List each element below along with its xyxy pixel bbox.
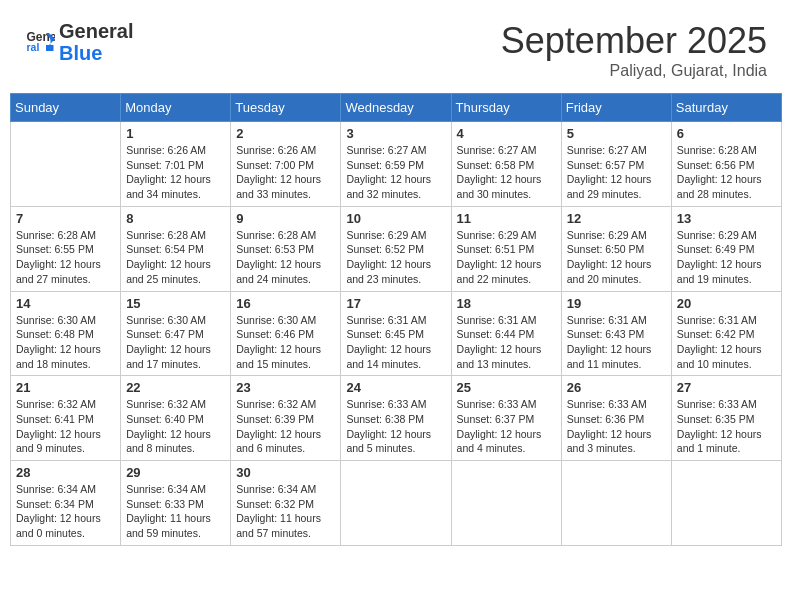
day-number: 20 bbox=[677, 296, 776, 311]
calendar-cell: 25Sunrise: 6:33 AM Sunset: 6:37 PM Dayli… bbox=[451, 376, 561, 461]
day-number: 13 bbox=[677, 211, 776, 226]
day-info: Sunrise: 6:28 AM Sunset: 6:55 PM Dayligh… bbox=[16, 228, 115, 287]
day-number: 1 bbox=[126, 126, 225, 141]
calendar-day-header: Tuesday bbox=[231, 94, 341, 122]
calendar-cell: 2Sunrise: 6:26 AM Sunset: 7:00 PM Daylig… bbox=[231, 122, 341, 207]
logo-icon: Gene ral bbox=[25, 27, 55, 57]
calendar-cell: 19Sunrise: 6:31 AM Sunset: 6:43 PM Dayli… bbox=[561, 291, 671, 376]
day-number: 10 bbox=[346, 211, 445, 226]
day-info: Sunrise: 6:28 AM Sunset: 6:56 PM Dayligh… bbox=[677, 143, 776, 202]
day-info: Sunrise: 6:29 AM Sunset: 6:49 PM Dayligh… bbox=[677, 228, 776, 287]
calendar-week-row: 1Sunrise: 6:26 AM Sunset: 7:01 PM Daylig… bbox=[11, 122, 782, 207]
calendar-cell: 3Sunrise: 6:27 AM Sunset: 6:59 PM Daylig… bbox=[341, 122, 451, 207]
calendar-cell: 16Sunrise: 6:30 AM Sunset: 6:46 PM Dayli… bbox=[231, 291, 341, 376]
calendar-week-row: 7Sunrise: 6:28 AM Sunset: 6:55 PM Daylig… bbox=[11, 206, 782, 291]
day-number: 7 bbox=[16, 211, 115, 226]
day-info: Sunrise: 6:33 AM Sunset: 6:37 PM Dayligh… bbox=[457, 397, 556, 456]
day-info: Sunrise: 6:30 AM Sunset: 6:46 PM Dayligh… bbox=[236, 313, 335, 372]
day-number: 22 bbox=[126, 380, 225, 395]
calendar-cell: 30Sunrise: 6:34 AM Sunset: 6:32 PM Dayli… bbox=[231, 461, 341, 546]
calendar-day-header: Monday bbox=[121, 94, 231, 122]
calendar-cell: 22Sunrise: 6:32 AM Sunset: 6:40 PM Dayli… bbox=[121, 376, 231, 461]
title-block: September 2025 Paliyad, Gujarat, India bbox=[501, 20, 767, 80]
calendar-cell: 5Sunrise: 6:27 AM Sunset: 6:57 PM Daylig… bbox=[561, 122, 671, 207]
day-number: 15 bbox=[126, 296, 225, 311]
day-info: Sunrise: 6:34 AM Sunset: 6:34 PM Dayligh… bbox=[16, 482, 115, 541]
day-number: 19 bbox=[567, 296, 666, 311]
day-number: 28 bbox=[16, 465, 115, 480]
calendar-cell: 20Sunrise: 6:31 AM Sunset: 6:42 PM Dayli… bbox=[671, 291, 781, 376]
calendar-week-row: 14Sunrise: 6:30 AM Sunset: 6:48 PM Dayli… bbox=[11, 291, 782, 376]
day-number: 30 bbox=[236, 465, 335, 480]
calendar-cell: 14Sunrise: 6:30 AM Sunset: 6:48 PM Dayli… bbox=[11, 291, 121, 376]
calendar-cell: 8Sunrise: 6:28 AM Sunset: 6:54 PM Daylig… bbox=[121, 206, 231, 291]
calendar-cell bbox=[561, 461, 671, 546]
day-info: Sunrise: 6:28 AM Sunset: 6:53 PM Dayligh… bbox=[236, 228, 335, 287]
day-info: Sunrise: 6:27 AM Sunset: 6:58 PM Dayligh… bbox=[457, 143, 556, 202]
calendar-cell: 9Sunrise: 6:28 AM Sunset: 6:53 PM Daylig… bbox=[231, 206, 341, 291]
calendar-cell: 27Sunrise: 6:33 AM Sunset: 6:35 PM Dayli… bbox=[671, 376, 781, 461]
day-number: 4 bbox=[457, 126, 556, 141]
day-number: 17 bbox=[346, 296, 445, 311]
day-info: Sunrise: 6:34 AM Sunset: 6:32 PM Dayligh… bbox=[236, 482, 335, 541]
calendar-cell: 10Sunrise: 6:29 AM Sunset: 6:52 PM Dayli… bbox=[341, 206, 451, 291]
calendar-cell: 4Sunrise: 6:27 AM Sunset: 6:58 PM Daylig… bbox=[451, 122, 561, 207]
day-number: 6 bbox=[677, 126, 776, 141]
day-info: Sunrise: 6:26 AM Sunset: 7:01 PM Dayligh… bbox=[126, 143, 225, 202]
day-number: 25 bbox=[457, 380, 556, 395]
calendar-cell: 12Sunrise: 6:29 AM Sunset: 6:50 PM Dayli… bbox=[561, 206, 671, 291]
day-info: Sunrise: 6:29 AM Sunset: 6:51 PM Dayligh… bbox=[457, 228, 556, 287]
day-info: Sunrise: 6:27 AM Sunset: 6:59 PM Dayligh… bbox=[346, 143, 445, 202]
day-info: Sunrise: 6:31 AM Sunset: 6:42 PM Dayligh… bbox=[677, 313, 776, 372]
day-number: 5 bbox=[567, 126, 666, 141]
calendar-cell: 29Sunrise: 6:34 AM Sunset: 6:33 PM Dayli… bbox=[121, 461, 231, 546]
calendar-day-header: Saturday bbox=[671, 94, 781, 122]
day-info: Sunrise: 6:32 AM Sunset: 6:41 PM Dayligh… bbox=[16, 397, 115, 456]
month-title: September 2025 bbox=[501, 20, 767, 62]
calendar-cell: 23Sunrise: 6:32 AM Sunset: 6:39 PM Dayli… bbox=[231, 376, 341, 461]
day-info: Sunrise: 6:29 AM Sunset: 6:52 PM Dayligh… bbox=[346, 228, 445, 287]
logo: Gene ral General Blue bbox=[25, 20, 133, 64]
day-info: Sunrise: 6:32 AM Sunset: 6:39 PM Dayligh… bbox=[236, 397, 335, 456]
day-info: Sunrise: 6:31 AM Sunset: 6:45 PM Dayligh… bbox=[346, 313, 445, 372]
logo-text-blue: Blue bbox=[59, 42, 133, 64]
day-info: Sunrise: 6:34 AM Sunset: 6:33 PM Dayligh… bbox=[126, 482, 225, 541]
day-number: 23 bbox=[236, 380, 335, 395]
calendar-cell bbox=[451, 461, 561, 546]
calendar-cell bbox=[671, 461, 781, 546]
calendar-week-row: 28Sunrise: 6:34 AM Sunset: 6:34 PM Dayli… bbox=[11, 461, 782, 546]
day-number: 8 bbox=[126, 211, 225, 226]
day-info: Sunrise: 6:33 AM Sunset: 6:36 PM Dayligh… bbox=[567, 397, 666, 456]
calendar-day-header: Friday bbox=[561, 94, 671, 122]
day-number: 27 bbox=[677, 380, 776, 395]
day-number: 18 bbox=[457, 296, 556, 311]
calendar-cell: 26Sunrise: 6:33 AM Sunset: 6:36 PM Dayli… bbox=[561, 376, 671, 461]
page-header: Gene ral General Blue September 2025 Pal… bbox=[10, 10, 782, 85]
day-info: Sunrise: 6:31 AM Sunset: 6:43 PM Dayligh… bbox=[567, 313, 666, 372]
calendar-cell: 13Sunrise: 6:29 AM Sunset: 6:49 PM Dayli… bbox=[671, 206, 781, 291]
day-info: Sunrise: 6:30 AM Sunset: 6:47 PM Dayligh… bbox=[126, 313, 225, 372]
calendar-cell: 21Sunrise: 6:32 AM Sunset: 6:41 PM Dayli… bbox=[11, 376, 121, 461]
day-info: Sunrise: 6:33 AM Sunset: 6:35 PM Dayligh… bbox=[677, 397, 776, 456]
day-number: 24 bbox=[346, 380, 445, 395]
calendar-cell: 18Sunrise: 6:31 AM Sunset: 6:44 PM Dayli… bbox=[451, 291, 561, 376]
calendar-cell: 28Sunrise: 6:34 AM Sunset: 6:34 PM Dayli… bbox=[11, 461, 121, 546]
calendar-cell: 11Sunrise: 6:29 AM Sunset: 6:51 PM Dayli… bbox=[451, 206, 561, 291]
calendar-cell: 24Sunrise: 6:33 AM Sunset: 6:38 PM Dayli… bbox=[341, 376, 451, 461]
calendar-cell: 7Sunrise: 6:28 AM Sunset: 6:55 PM Daylig… bbox=[11, 206, 121, 291]
day-number: 2 bbox=[236, 126, 335, 141]
svg-text:ral: ral bbox=[27, 41, 40, 53]
calendar-cell bbox=[11, 122, 121, 207]
calendar-cell: 6Sunrise: 6:28 AM Sunset: 6:56 PM Daylig… bbox=[671, 122, 781, 207]
day-info: Sunrise: 6:31 AM Sunset: 6:44 PM Dayligh… bbox=[457, 313, 556, 372]
calendar-cell: 1Sunrise: 6:26 AM Sunset: 7:01 PM Daylig… bbox=[121, 122, 231, 207]
day-number: 26 bbox=[567, 380, 666, 395]
day-number: 9 bbox=[236, 211, 335, 226]
calendar-day-header: Wednesday bbox=[341, 94, 451, 122]
calendar-day-header: Sunday bbox=[11, 94, 121, 122]
day-info: Sunrise: 6:33 AM Sunset: 6:38 PM Dayligh… bbox=[346, 397, 445, 456]
day-number: 3 bbox=[346, 126, 445, 141]
day-info: Sunrise: 6:29 AM Sunset: 6:50 PM Dayligh… bbox=[567, 228, 666, 287]
logo-text-general: General bbox=[59, 20, 133, 42]
calendar-day-header: Thursday bbox=[451, 94, 561, 122]
